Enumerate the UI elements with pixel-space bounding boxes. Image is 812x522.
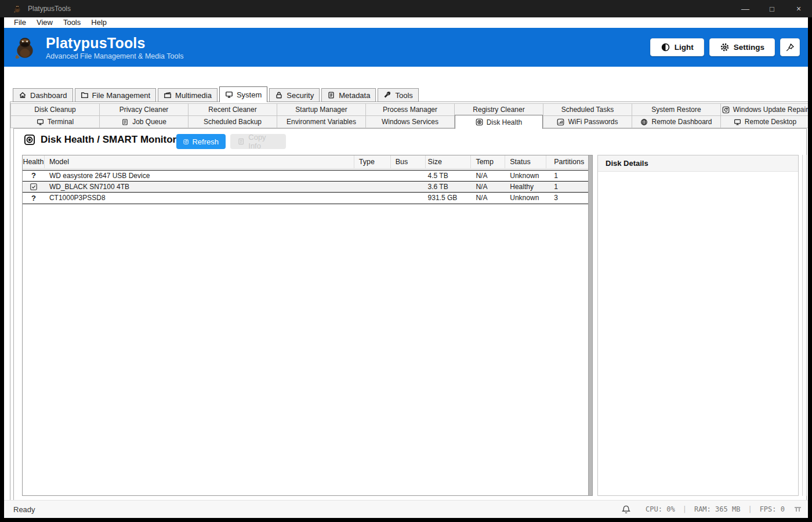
column-header-temp[interactable]: Temp [471, 155, 505, 168]
monitor-icon [734, 118, 741, 126]
half-moon-icon [661, 42, 670, 52]
column-header-partitions[interactable]: Partitions [546, 155, 592, 168]
app-window: File View Tools Help PlatypusTools Advan… [4, 17, 808, 518]
separator: | [683, 505, 687, 513]
subtab-remote-desktop[interactable]: Remote Desktop [721, 116, 808, 128]
fps-label: FPS: 0 [760, 505, 785, 513]
subtab-remote-dashboard[interactable]: Remote Dashboard [632, 116, 720, 128]
subtab-scheduled-tasks[interactable]: Scheduled Tasks [543, 104, 632, 115]
refresh-button[interactable]: Refresh [176, 134, 226, 149]
pushpin-icon [785, 43, 795, 52]
status-ready-label: Ready [13, 505, 35, 514]
tab-system[interactable]: System [219, 86, 267, 102]
menu-tools[interactable]: Tools [58, 17, 86, 28]
minimize-button[interactable]: — [732, 0, 759, 17]
refresh-icon [183, 137, 188, 146]
clipboard-icon [237, 137, 245, 146]
column-header-health[interactable]: Health [23, 155, 45, 168]
health-unknown-icon: ? [23, 194, 45, 202]
subtab-disk-health[interactable]: Disk Health [455, 115, 543, 129]
status-bar: Ready CPU: 0% | RAM: 365 MB | FPS: 0 [4, 500, 808, 518]
column-header-type[interactable]: Type [354, 155, 391, 168]
disc-icon [24, 134, 35, 146]
subtab-process-manager[interactable]: Process Manager [366, 104, 454, 115]
folder-icon [81, 91, 89, 99]
tab-tools[interactable]: Tools [378, 88, 418, 102]
settings-button[interactable]: Settings [709, 38, 775, 56]
table-row[interactable]: ? CT1000P3PSSD8 931.5 GB N/A Unknown 3 [23, 193, 592, 204]
system-tab-page: Disk Cleanup Privacy Cleaner Recent Clea… [10, 102, 808, 513]
platypus-app-icon [13, 4, 22, 13]
disk-health-page: Disk Health / SMART Monitor Refresh Copy… [13, 128, 807, 510]
disk-list-header: Health Model Type Bus Size Temp Status P… [23, 155, 592, 169]
sub-tab-grid: Disk Cleanup Privacy Cleaner Recent Clea… [10, 103, 808, 128]
table-scrollbar[interactable] [588, 155, 592, 495]
clipboard-icon [327, 91, 335, 99]
app-title: PlatypusTools [46, 35, 183, 51]
column-header-size[interactable]: Size [426, 155, 472, 168]
table-row[interactable]: WD_BLACK SN7100 4TB 3.6 TB N/A Healthy 1 [23, 182, 592, 193]
menu-bar: File View Tools Help [4, 17, 808, 28]
subtab-terminal[interactable]: Terminal [11, 116, 99, 128]
tab-multimedia[interactable]: Multimedia [158, 88, 217, 102]
title-bar: PlatypusTools — □ × [0, 0, 812, 17]
cpu-usage-label: CPU: 0% [646, 505, 675, 513]
page-title: Disk Health / SMART Monitor [41, 134, 176, 146]
resize-grip-icon[interactable] [795, 507, 801, 512]
lock-icon [275, 91, 283, 99]
subtab-disk-cleanup[interactable]: Disk Cleanup [11, 104, 99, 115]
tab-file-management[interactable]: File Management [75, 88, 156, 102]
globe-icon [640, 118, 648, 126]
tab-metadata[interactable]: Metadata [321, 88, 376, 102]
healthy-checkbox-icon [23, 183, 45, 191]
disk-details-panel: Disk Details [597, 155, 799, 496]
subtab-startup-manager[interactable]: Startup Manager [277, 104, 365, 115]
column-header-model[interactable]: Model [45, 155, 354, 168]
tab-dashboard[interactable]: Dashboard [13, 88, 73, 102]
signal-bars-icon [557, 118, 564, 126]
page-scrollbar[interactable] [802, 155, 807, 496]
app-subtitle: Advanced File Management & Media Tools [46, 52, 183, 60]
home-icon [19, 91, 27, 99]
clipboard-icon [121, 118, 129, 126]
menu-view[interactable]: View [31, 17, 58, 28]
disk-list: Health Model Type Bus Size Temp Status P… [22, 155, 593, 496]
wrench-icon [383, 91, 392, 99]
health-unknown-icon: ? [23, 171, 45, 180]
menu-help[interactable]: Help [86, 17, 112, 28]
terminal-icon [37, 118, 44, 126]
tab-security[interactable]: Security [269, 88, 320, 102]
ram-usage-label: RAM: 365 MB [694, 505, 740, 513]
subtab-scheduled-backup[interactable]: Scheduled Backup [188, 116, 277, 128]
refresh-square-icon [722, 106, 730, 114]
subtab-system-restore[interactable]: System Restore [632, 104, 720, 115]
gear-icon [720, 42, 730, 52]
disc-icon [476, 118, 483, 126]
column-header-status[interactable]: Status [505, 155, 546, 168]
main-tab-strip: Dashboard File Management Multimedia Sys… [13, 88, 419, 102]
app-header: PlatypusTools Advanced File Management &… [4, 28, 808, 67]
subtab-registry-cleaner[interactable]: Registry Cleaner [455, 104, 543, 115]
table-row[interactable]: ? WD easystore 2647 USB Device 4.5 TB N/… [23, 170, 592, 182]
maximize-button[interactable]: □ [759, 0, 785, 17]
column-header-bus[interactable]: Bus [391, 155, 426, 168]
subtab-wifi-passwords[interactable]: WiFi Passwords [543, 116, 632, 128]
menu-file[interactable]: File [9, 17, 31, 28]
subtab-privacy-cleaner[interactable]: Privacy Cleaner [100, 104, 188, 115]
clapperboard-icon [164, 91, 172, 99]
platypus-logo [12, 34, 38, 61]
subtab-environment-variables[interactable]: Environment Variables [277, 116, 365, 128]
monitor-icon [225, 90, 233, 99]
subtab-job-queue[interactable]: Job Queue [100, 116, 188, 128]
theme-toggle-button[interactable]: Light [650, 38, 704, 56]
subtab-recent-cleaner[interactable]: Recent Cleaner [188, 104, 277, 115]
subtab-windows-update-repair[interactable]: Windows Update Repair [721, 104, 808, 115]
panel-title: Disk Details [598, 155, 798, 172]
bell-icon[interactable] [621, 505, 631, 514]
pin-button[interactable] [780, 38, 800, 56]
subtab-windows-services[interactable]: Windows Services [366, 116, 454, 128]
copy-info-button[interactable]: Copy Info [230, 134, 286, 149]
separator: | [748, 505, 752, 513]
window-title: PlatypusTools [28, 5, 71, 13]
close-button[interactable]: × [785, 0, 812, 17]
